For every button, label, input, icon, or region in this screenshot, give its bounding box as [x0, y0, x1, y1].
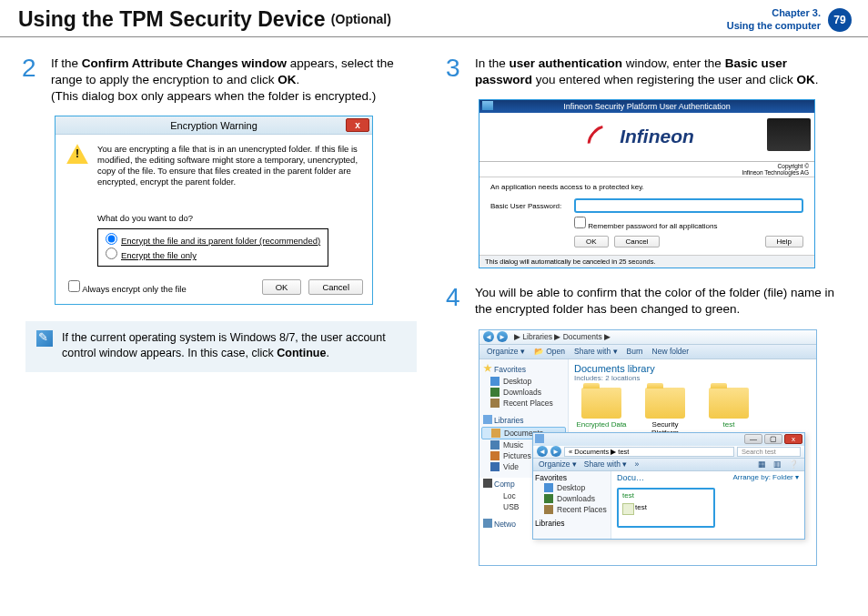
page-header: Using the TPM Security Device (Optional)… [0, 0, 868, 37]
sidebar-desktop[interactable]: Desktop [535, 482, 609, 493]
auth-footer: This dialog will automatically be cancel… [479, 255, 814, 268]
radio-option-2[interactable]: Encrypt the file only [106, 247, 320, 262]
step-text: You will be able to confirm that the col… [475, 285, 846, 318]
chapter-line2: Using the computer [727, 20, 821, 33]
organize-menu[interactable]: Organize ▾ [539, 459, 577, 469]
logo-swoosh-icon [582, 121, 619, 158]
encryption-warning-dialog: Encryption Warning x You are encrypting … [55, 116, 373, 305]
auth-titlebar[interactable]: Infineon Security Platform User Authenti… [479, 100, 814, 113]
folder-label: test [701, 420, 756, 429]
infineon-logo: Infineon [600, 126, 694, 147]
forward-button[interactable]: ► [497, 331, 508, 342]
inner-titlebar[interactable]: — ▢ x [533, 433, 804, 446]
auth-message: An application needs access to a protect… [490, 183, 803, 191]
sidebar-downloads[interactable]: Downloads [481, 387, 566, 398]
folder-security[interactable]: Security Platform [638, 388, 692, 437]
sidebar-desktop[interactable]: Desktop [481, 376, 566, 387]
folder-test[interactable]: test [701, 388, 756, 437]
step-number: 3 [446, 56, 466, 88]
share-menu[interactable]: Share with ▾ [584, 459, 628, 469]
address-field[interactable]: « Documents ▶ test [564, 447, 734, 457]
auth-help-button[interactable]: Help [765, 236, 803, 247]
title-optional: (Optional) [331, 12, 391, 26]
open-button[interactable]: 📂 Open [534, 347, 565, 356]
step-number: 4 [446, 285, 466, 318]
user-auth-dialog: Infineon Security Platform User Authenti… [479, 99, 815, 268]
chapter-block: Chapter 3. Using the computer [727, 7, 821, 33]
back-button[interactable]: ◄ [537, 446, 548, 457]
file-item[interactable]: test [622, 503, 710, 511]
title-main: Using the TPM Security Device [18, 7, 325, 31]
auth-ok-button[interactable]: OK [574, 236, 609, 247]
sidebar-recent[interactable]: Recent Places [535, 504, 609, 515]
desktop-icon [544, 483, 553, 492]
close-button[interactable]: x [784, 434, 802, 444]
organize-menu[interactable]: Organize ▾ [487, 347, 525, 356]
preview-icon[interactable]: ▥ [773, 459, 782, 469]
breadcrumb[interactable]: ▶ Libraries ▶ Documents ▶ [514, 332, 611, 341]
step-2: 2 If the Confirm Attribute Changes windo… [22, 56, 422, 106]
always-encrypt-checkbox[interactable]: Always encrypt only the file [68, 280, 187, 294]
note-text: If the current operating system is Windo… [62, 330, 404, 361]
search-field[interactable]: Search test [737, 447, 801, 457]
pictures-icon [490, 451, 500, 460]
explorer-window: ◄ ► ▶ Libraries ▶ Documents ▶ Organize ▾… [479, 329, 817, 566]
minimize-button[interactable]: — [744, 434, 762, 444]
forward-button[interactable]: ► [550, 446, 561, 457]
inner-sidebar: Favorites Desktop Downloads Recent Place… [533, 471, 611, 539]
page-title: Using the TPM Security Device (Optional) [18, 7, 391, 32]
sidebar-libraries[interactable]: Libraries [481, 414, 566, 427]
radio2[interactable] [106, 247, 117, 259]
share-menu[interactable]: Share with ▾ [574, 347, 618, 356]
folders-row: Encrypted Data Security Platform test [574, 388, 811, 437]
inner-address-bar[interactable]: ◄ ► « Documents ▶ test Search test [533, 446, 804, 459]
step-number: 2 [22, 56, 42, 106]
more-menu[interactable]: » [634, 459, 639, 469]
chapter-line1: Chapter 3. [727, 7, 821, 20]
ok-button[interactable]: OK [262, 279, 302, 295]
remember-cb[interactable] [574, 217, 586, 228]
maximize-button[interactable]: ▢ [764, 434, 782, 444]
inner-explorer-window: — ▢ x ◄ ► « Documents ▶ test Search test… [532, 432, 805, 540]
close-button[interactable]: x [346, 118, 369, 132]
library-title: Documents library [574, 363, 811, 374]
header-right: Chapter 3. Using the computer 79 [727, 7, 852, 33]
folder-icon [645, 388, 685, 419]
sidebar-favorites[interactable]: Favorites [535, 473, 609, 482]
remember-checkbox[interactable]: Remember password for all applications [574, 222, 718, 230]
inner-lib-title: Docu… [617, 473, 644, 482]
library-subtitle[interactable]: Includes: 2 locations [574, 374, 811, 382]
sidebar-favorites[interactable]: Favorites [481, 363, 566, 376]
explorer-toolbar: Organize ▾ 📂 Open Share with ▾ Burn New … [479, 345, 816, 359]
back-button[interactable]: ◄ [483, 331, 494, 342]
sidebar-libraries[interactable]: Libraries [535, 519, 609, 528]
step-3: 3 In the user authentication window, ent… [446, 56, 846, 88]
auth-title: Infineon Security Platform User Authenti… [563, 102, 731, 111]
help-icon[interactable]: ❔ [789, 459, 799, 469]
password-input[interactable] [574, 198, 803, 213]
new-folder-button[interactable]: New folder [652, 347, 690, 356]
cancel-button[interactable]: Cancel [308, 279, 363, 295]
auth-cancel-button[interactable]: Cancel [614, 236, 661, 247]
radio-group: Encrypt the file and its parent folder (… [97, 228, 328, 268]
inner-toolbar: Organize ▾ Share with ▾ » ▦ ▥ ❔ [533, 459, 804, 471]
desktop-icon [490, 377, 500, 386]
dialog-titlebar[interactable]: Encryption Warning x [56, 116, 372, 135]
sidebar-recent[interactable]: Recent Places [481, 398, 566, 409]
always-checkbox[interactable] [68, 280, 80, 292]
address-bar[interactable]: ◄ ► ▶ Libraries ▶ Documents ▶ [479, 330, 816, 345]
burn-button[interactable]: Burn [627, 347, 643, 356]
folder-encrypted[interactable]: Encrypted Data [574, 388, 629, 437]
sidebar-downloads[interactable]: Downloads [535, 493, 609, 504]
recent-icon [490, 399, 500, 408]
radio1[interactable] [106, 233, 117, 245]
recent-icon [544, 505, 553, 514]
chip-image [767, 118, 811, 151]
radio-option-1[interactable]: Encrypt the file and its parent folder (… [106, 233, 320, 247]
note-icon [36, 330, 53, 347]
page-number-badge: 79 [828, 8, 852, 32]
folder-label: Encrypted Data [574, 420, 629, 429]
view-icon[interactable]: ▦ [758, 459, 766, 469]
file-selection-box[interactable]: test test [617, 488, 715, 528]
arrange-by[interactable]: Arrange by: Folder ▾ [733, 473, 800, 481]
